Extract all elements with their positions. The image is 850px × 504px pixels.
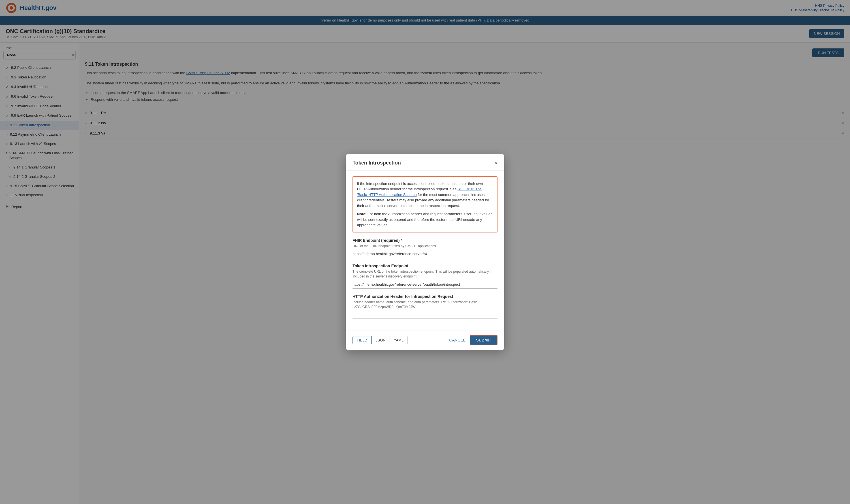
modal-close-button[interactable]: × xyxy=(494,160,498,166)
modal-header: Token Introspection × xyxy=(346,154,504,171)
token-introspection-endpoint-field: Token Introspection Endpoint The complet… xyxy=(352,264,498,289)
token-introspection-endpoint-label: Token Introspection Endpoint xyxy=(352,264,498,268)
modal-overlay[interactable]: Token Introspection × If the introspecti… xyxy=(0,0,850,504)
warning-box: If the introspection endpoint is access … xyxy=(352,176,498,232)
fhir-endpoint-field: FHIR Endpoint (required) * URL of the FH… xyxy=(352,238,498,258)
token-introspection-endpoint-desc: The complete URL of the token introspect… xyxy=(352,269,498,279)
cancel-button[interactable]: CANCEL xyxy=(449,338,466,342)
field-tab[interactable]: FIELD xyxy=(352,336,372,344)
modal-actions: CANCEL SUBMIT xyxy=(449,335,498,345)
json-tab[interactable]: JSON xyxy=(372,336,390,344)
modal-title: Token Introspection xyxy=(352,160,401,166)
yaml-tab[interactable]: YAML xyxy=(390,336,408,344)
http-auth-header-label: HTTP Authorization Header for Introspect… xyxy=(352,294,498,299)
modal-body: If the introspection endpoint is access … xyxy=(346,171,504,330)
fhir-endpoint-desc: URL of the FHIR endpoint used by SMART a… xyxy=(352,244,498,249)
fhir-endpoint-input[interactable] xyxy=(352,250,498,258)
http-auth-header-desc: Include header name, auth scheme, and au… xyxy=(352,300,498,309)
modal-footer: FIELD JSON YAML CANCEL SUBMIT xyxy=(346,330,504,350)
http-auth-header-input[interactable] xyxy=(352,311,498,319)
token-introspection-modal: Token Introspection × If the introspecti… xyxy=(346,154,504,350)
submit-button[interactable]: SUBMIT xyxy=(470,335,498,345)
http-auth-header-field: HTTP Authorization Header for Introspect… xyxy=(352,294,498,319)
format-tabs: FIELD JSON YAML xyxy=(352,336,408,344)
token-introspection-endpoint-input[interactable] xyxy=(352,281,498,289)
fhir-endpoint-label: FHIR Endpoint (required) * xyxy=(352,238,498,242)
warning-note: Note: For both the Authorization header … xyxy=(357,211,493,228)
